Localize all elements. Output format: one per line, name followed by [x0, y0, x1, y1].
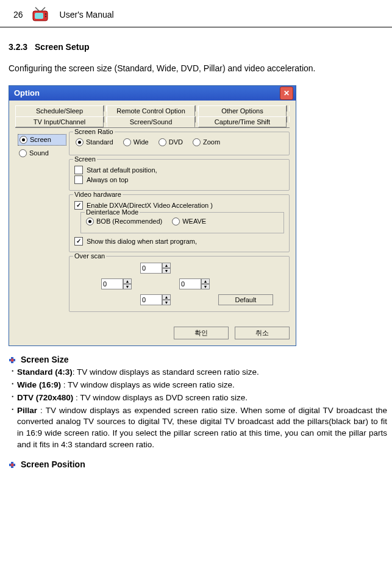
overscan-default-button[interactable]: Default [218, 294, 273, 305]
overscan-left-input[interactable] [101, 278, 123, 289]
screen-position-heading: Screen Position [9, 459, 387, 469]
legend: Deinterlace Mode [85, 208, 140, 216]
bullet-dot-icon: ▪ [9, 392, 17, 404]
spin-down-icon[interactable]: ▼ [123, 284, 132, 289]
ratio-standard[interactable]: Standard [74, 137, 115, 147]
svg-point-2 [45, 13, 46, 15]
screen-size-heading: Screen Size [9, 355, 387, 364]
overscan-top[interactable]: ▲▼ [140, 263, 177, 274]
header-title: User's Manual [60, 10, 114, 19]
close-button[interactable]: ✕ [280, 87, 293, 100]
svg-line-4 [35, 7, 39, 11]
tab-screen-sound[interactable]: Screen/Sound [107, 116, 195, 127]
overscan-top-input[interactable] [140, 263, 162, 274]
svg-point-3 [45, 16, 46, 17]
bullet-dot-icon: ▪ [9, 367, 17, 378]
overscan-bottom[interactable]: ▲▼ [140, 294, 177, 305]
svg-rect-9 [12, 358, 13, 362]
section-title: Screen Setup [35, 42, 89, 52]
section-number: 3.2.3 [9, 42, 27, 52]
ratio-label: Standard [86, 138, 113, 146]
group-screen: Screen Start at default position, Always… [69, 159, 290, 191]
overscan-left[interactable]: ▲▼ [101, 278, 138, 289]
overscan-right[interactable]: ▲▼ [179, 278, 216, 289]
bullet-bold: Wide (16:9) [17, 380, 61, 389]
screen-position-title: Screen Position [21, 459, 85, 469]
spin-up-icon[interactable]: ▲ [123, 278, 132, 284]
tab-capture-timeshift[interactable]: Capture/Time Shift [198, 116, 287, 127]
group-screen-ratio: Screen Ratio Standard Wide [69, 132, 290, 155]
chk-start-default[interactable] [74, 166, 83, 174]
bullet-rest: : TV window displays as expended screen … [17, 406, 387, 450]
spin-up-icon[interactable]: ▲ [162, 263, 171, 268]
page-number: 26 [13, 10, 23, 19]
side-option-screen[interactable]: Screen [18, 134, 66, 146]
ok-button[interactable]: 확인 [174, 327, 229, 339]
bullet-rest: : TV window displays as wide screen rati… [61, 380, 235, 389]
deint-bob[interactable]: BOB (Recommended) [85, 216, 163, 227]
side-label: Screen [30, 136, 51, 143]
tab-schedule-sleep[interactable]: Schedule/Sleep [15, 105, 104, 116]
tv-icon [32, 6, 51, 23]
svg-rect-1 [35, 13, 43, 19]
radio-icon [20, 136, 27, 144]
tab-tv-input[interactable]: TV Input/Channel [15, 116, 104, 127]
radio-icon [193, 138, 201, 146]
bullet-dtv: ▪ DTV (720x480) : TV window displays as … [9, 392, 387, 404]
radio-icon [123, 138, 131, 146]
spin-down-icon[interactable]: ▼ [162, 268, 171, 274]
plus-bullet-icon [9, 356, 16, 364]
deint-weave[interactable]: WEAVE [171, 216, 207, 227]
tab-other-options[interactable]: Other Options [198, 105, 287, 116]
chk-label: Show this dialog when start program, [87, 238, 197, 245]
radio-icon [159, 138, 166, 146]
side-option-sound[interactable]: Sound [18, 148, 66, 158]
tab-remote-control[interactable]: Remote Control Option [107, 105, 195, 116]
spin-down-icon[interactable]: ▼ [201, 284, 210, 289]
section-heading: 3.2.3 Screen Setup [9, 42, 387, 52]
ratio-zoom[interactable]: Zoom [191, 137, 221, 147]
side-label: Sound [29, 149, 49, 157]
bullet-bold: Pillar [17, 406, 37, 415]
bullet-standard: ▪ Standard (4:3): TV window displays as … [9, 367, 387, 378]
ratio-dvd[interactable]: DVD [157, 137, 184, 147]
radio-icon [86, 218, 94, 225]
bullet-pillar: ▪ Pillar : TV window displays as expende… [9, 405, 387, 452]
radio-icon [172, 218, 180, 225]
bullet-dot-icon: ▪ [9, 405, 17, 452]
chk-enable-dxva[interactable] [74, 201, 83, 210]
ratio-label: Zoom [203, 138, 220, 146]
bullet-wide: ▪ Wide (16:9) : TV window displays as wi… [9, 380, 387, 391]
ratio-wide[interactable]: Wide [122, 137, 150, 147]
group-deinterlace: Deinterlace Mode BOB (Recommended) WEAVE [80, 212, 284, 233]
group-video-hardware: Video hardware Enable DXVA(DirectX Video… [69, 194, 290, 252]
chk-label: Start at default position, [87, 166, 157, 174]
option-window: Option ✕ Schedule/Sleep Remote Control O… [9, 85, 296, 346]
titlebar: Option ✕ [9, 86, 296, 101]
overscan-bottom-input[interactable] [140, 294, 162, 305]
spin-up-icon[interactable]: ▲ [162, 294, 171, 300]
radio-label: WEAVE [182, 218, 206, 225]
svg-line-5 [41, 7, 45, 11]
window-title: Option [14, 88, 40, 97]
plus-bullet-icon [9, 461, 16, 469]
bullet-bold: DTV (720x480) [17, 393, 73, 402]
spin-down-icon[interactable]: ▼ [162, 300, 171, 305]
bullet-rest: : TV window displays as DVD screen ratio… [73, 393, 248, 402]
spin-up-icon[interactable]: ▲ [201, 278, 210, 284]
bullet-rest: : TV window displays as standard screen … [73, 367, 259, 377]
legend: Over scan [73, 252, 106, 260]
header-rule [0, 27, 392, 27]
overscan-right-input[interactable] [179, 278, 201, 289]
chk-always-top[interactable] [74, 175, 83, 184]
bullet-dot-icon: ▪ [9, 380, 17, 391]
svg-rect-13 [12, 463, 13, 467]
group-overscan: Over scan ▲▼ [69, 256, 290, 312]
screen-size-title: Screen Size [21, 355, 69, 364]
bullet-bold: Standard (4:3) [17, 367, 73, 377]
radio-label: BOB (Recommended) [96, 218, 162, 225]
section-intro: Configuring the screen size (Standard, W… [9, 63, 387, 74]
tab-bar: Schedule/Sleep Remote Control Option Oth… [15, 105, 290, 128]
chk-show-dialog[interactable] [74, 237, 83, 246]
cancel-button[interactable]: 취소 [235, 327, 290, 339]
